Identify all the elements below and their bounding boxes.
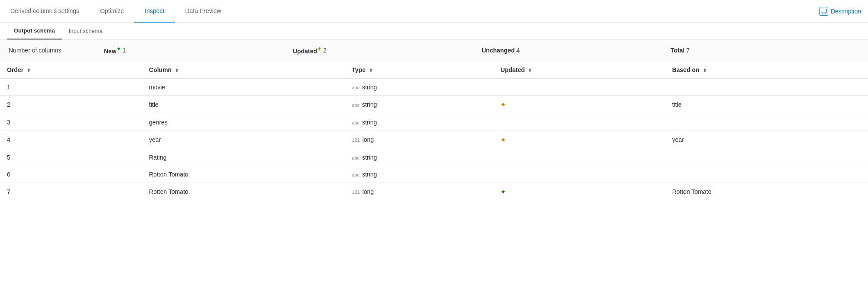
summary-row: Number of columns New✦ 1 Updated✦ 2 Unch… [0, 40, 868, 61]
type-prefix: abc [352, 155, 360, 160]
new-count: 1 [123, 47, 126, 54]
cell-type: abcstring [345, 114, 493, 131]
cell-updated: ✦ [493, 95, 665, 114]
cell-updated [493, 166, 665, 183]
cell-order: 6 [0, 166, 142, 183]
cell-type: abcstring [345, 78, 493, 95]
sub-tab-input-label: Input schema [69, 28, 103, 34]
cell-order: 3 [0, 114, 142, 131]
type-prefix: 121 [352, 190, 360, 195]
updated-orange-star-icon: ✦ [500, 136, 506, 144]
cell-order: 1 [0, 78, 142, 95]
updated-star-icon: ✦ [317, 46, 321, 52]
cell-based-on: Rotton Tomato [665, 183, 868, 201]
col-header-type[interactable]: Type ⬍ [345, 61, 493, 79]
sort-updated-icon: ⬍ [528, 68, 531, 73]
tab-optimize[interactable]: Optimize [90, 0, 134, 23]
type-prefix: abc [352, 120, 360, 125]
number-of-columns-label: Number of columns [9, 47, 104, 54]
unchanged-count-item: Unchanged 4 [482, 47, 670, 54]
schema-table: Order ⬍ Column ⬍ Type ⬍ Updated ⬍ [0, 61, 868, 201]
cell-updated [493, 149, 665, 166]
col-header-column[interactable]: Column ⬍ [142, 61, 345, 79]
cell-type: 121long [345, 131, 493, 149]
cell-order: 5 [0, 149, 142, 166]
tab-bar: Derived column's settings Optimize Inspe… [0, 0, 868, 23]
description-icon [819, 7, 828, 16]
cell-based-on: title [665, 95, 868, 114]
table-row: 2titleabcstring✦title [0, 95, 868, 114]
type-prefix: abc [352, 102, 360, 108]
cell-updated: ✦ [493, 183, 665, 201]
cell-order: 4 [0, 131, 142, 149]
unchanged-count: 4 [516, 47, 520, 54]
schema-table-wrapper[interactable]: Order ⬍ Column ⬍ Type ⬍ Updated ⬍ [0, 61, 868, 291]
updated-count: 2 [323, 47, 327, 54]
sub-tab-bar: Output schema Input schema [0, 23, 868, 40]
sub-tab-output-label: Output schema [14, 27, 55, 34]
tab-inspect[interactable]: Inspect [134, 0, 175, 23]
cell-column: Rotten Tomato [142, 183, 345, 201]
cell-based-on: year [665, 131, 868, 149]
tab-derived-label: Derived column's settings [10, 7, 79, 14]
cell-type: abcstring [345, 95, 493, 114]
cell-column: Rotton Tomato [142, 166, 345, 183]
table-row: 4year121long✦year [0, 131, 868, 149]
col-header-order[interactable]: Order ⬍ [0, 61, 142, 79]
unchanged-label: Unchanged [482, 47, 515, 54]
updated-orange-star-icon: ✦ [500, 101, 506, 108]
table-row: 3genresabcstring [0, 114, 868, 131]
type-prefix: abc [352, 172, 360, 177]
cell-updated: ✦ [493, 131, 665, 149]
description-button[interactable]: Description [819, 7, 861, 16]
cell-updated [493, 114, 665, 131]
tab-derived-column-settings[interactable]: Derived column's settings [7, 0, 90, 23]
updated-green-star-icon: ✦ [500, 188, 506, 196]
cell-column: title [142, 95, 345, 114]
col-header-updated[interactable]: Updated ⬍ [493, 61, 665, 79]
sub-tab-output-schema[interactable]: Output schema [7, 23, 62, 39]
tab-data-preview[interactable]: Data Preview [175, 0, 231, 23]
sub-tab-input-schema[interactable]: Input schema [62, 23, 110, 39]
total-count: 7 [686, 47, 690, 54]
new-count-item: New✦ 1 [104, 46, 293, 55]
cell-based-on [665, 114, 868, 131]
table-row: 7Rotten Tomato121long✦Rotton Tomato [0, 183, 868, 201]
sort-order-icon: ⬍ [27, 68, 30, 73]
tab-optimize-label: Optimize [100, 7, 124, 14]
table-row: 6Rotton Tomatoabcstring [0, 166, 868, 183]
table-header-row: Order ⬍ Column ⬍ Type ⬍ Updated ⬍ [0, 61, 868, 79]
cell-based-on [665, 166, 868, 183]
type-prefix: abc [352, 85, 360, 90]
cell-based-on [665, 149, 868, 166]
cell-type: abcstring [345, 149, 493, 166]
total-count-item: Total 7 [670, 47, 859, 54]
updated-label: Updated✦ [293, 46, 321, 55]
cell-updated [493, 78, 665, 95]
svg-rect-0 [821, 9, 826, 13]
cell-type: abcstring [345, 166, 493, 183]
table-row: 5Ratingabcstring [0, 149, 868, 166]
description-label: Description [831, 8, 861, 15]
new-label: New✦ [104, 46, 121, 55]
cell-order: 7 [0, 183, 142, 201]
cell-type: 121long [345, 183, 493, 201]
cell-column: year [142, 131, 345, 149]
cell-based-on [665, 78, 868, 95]
cell-column: genres [142, 114, 345, 131]
total-label: Total [670, 47, 684, 54]
sort-column-icon: ⬍ [175, 68, 178, 73]
table-row: 1movieabcstring [0, 78, 868, 95]
tab-inspect-label: Inspect [145, 7, 164, 14]
tab-data-preview-label: Data Preview [185, 7, 221, 14]
sort-based-on-icon: ⬍ [703, 68, 706, 73]
cell-order: 2 [0, 95, 142, 114]
cell-column: Rating [142, 149, 345, 166]
sort-type-icon: ⬍ [369, 68, 372, 73]
cell-column: movie [142, 78, 345, 95]
type-prefix: 121 [352, 137, 360, 143]
new-star-icon: ✦ [117, 46, 121, 52]
col-header-based-on[interactable]: Based on ⬍ [665, 61, 868, 79]
updated-count-item: Updated✦ 2 [293, 46, 482, 55]
